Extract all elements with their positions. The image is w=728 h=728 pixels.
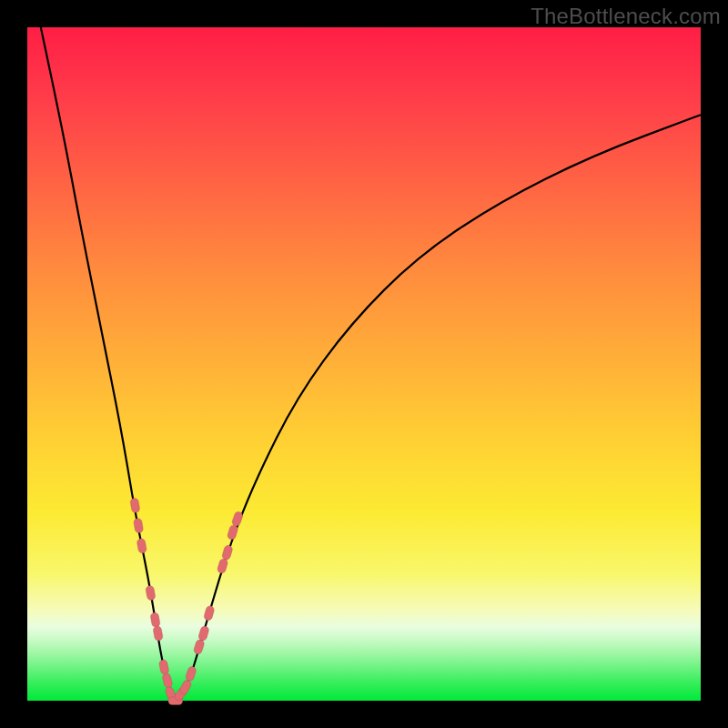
curve-marker [136,538,147,553]
curve-marker [133,518,144,533]
marker-layer [130,498,244,705]
bottleneck-curve [41,27,701,699]
curve-layer [27,27,701,701]
curve-marker [158,659,169,674]
curve-marker [185,665,197,682]
curve-marker [153,625,164,641]
curve-marker [193,639,205,655]
curve-marker [150,612,161,628]
curve-marker [130,498,141,513]
watermark-text: TheBottleneck.com [531,4,721,29]
curve-marker [203,605,215,622]
plot-area [27,27,701,701]
curve-marker [227,524,238,541]
curve-marker [221,544,233,561]
curve-marker [162,672,174,689]
curve-marker [146,585,157,601]
curve-marker [217,558,228,574]
chart-frame: TheBottleneck.com [0,0,728,728]
curve-marker [197,625,209,642]
